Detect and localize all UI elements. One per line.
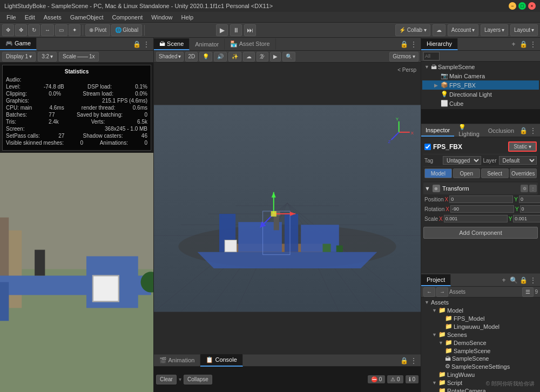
layers-button[interactable]: Layers ▾ [481,24,508,36]
tab-occlusion[interactable]: Occlusion [484,125,518,136]
proj-sample-scene-folder[interactable]: 📁 SampleScene [422,347,539,355]
menu-file[interactable]: File [2,13,21,22]
display-button[interactable]: Display 1 ▾ [2,52,36,62]
hier-sample-scene[interactable]: ▼ 🏔 SampleScene [422,63,539,71]
scene-sky-btn[interactable]: ☁ [243,52,255,62]
menu-edit[interactable]: Edit [21,13,39,22]
component-menu-btn[interactable]: ⋮ [529,185,537,192]
add-component-button[interactable]: Add Component [423,227,538,239]
select-tab-btn[interactable]: Select [481,168,509,178]
hier-main-camera[interactable]: 📷 Main Camera [422,71,539,80]
proj-fwd-btn[interactable]: → [436,287,448,297]
rot-x-input[interactable] [450,205,514,213]
scene-tab-menu[interactable]: ⋮ [409,39,418,49]
menu-component[interactable]: Component [107,13,147,22]
tab-asset-store[interactable]: 🏪 Asset Store [225,38,275,50]
transform-component-header[interactable]: ▼ ⊕ Transform ⚙ ⋮ [423,183,538,194]
bottom-lock-btn[interactable]: 🔒 [399,356,409,366]
model-tab-btn[interactable]: Model [424,168,452,178]
tab-game[interactable]: 🎮 Game [0,38,37,50]
game-tab-lock[interactable]: 🔒 [132,39,141,49]
hierarchy-lock-btn[interactable]: 🔒 [518,39,528,49]
static-button[interactable]: Static ▾ [508,141,537,152]
play-button[interactable]: ▶ [216,24,228,36]
collab-button[interactable]: ⚡ Collab ▾ [395,24,430,36]
tab-console[interactable]: 📋 Console [200,354,242,367]
proj-back-btn[interactable]: ← [423,287,435,297]
project-lock-btn[interactable]: 🔒 [518,275,528,285]
pos-x-input[interactable] [449,195,513,203]
menu-assets[interactable]: Assets [39,13,66,22]
scene-gizmos-btn[interactable]: Gizmos ▾ [389,52,418,62]
tool-rotate[interactable]: ↻ [28,24,40,36]
tab-animation[interactable]: 🎬 Animation [154,355,200,366]
tool-hand[interactable]: ✥ [2,24,14,36]
tab-scene[interactable]: 🏔 Scene [154,38,190,50]
project-add-btn[interactable]: + [499,275,509,285]
tab-animator[interactable]: Animator [190,39,225,50]
bottom-menu-btn[interactable]: ⋮ [409,356,418,366]
scene-fx-btn[interactable]: ✨ [228,52,241,62]
pause-button[interactable]: ⏸ [230,24,242,36]
proj-assets[interactable]: ▼ Assets [422,299,539,306]
scene-anim-btn[interactable]: ▶ [270,52,281,62]
scene-audio-btn[interactable]: 🔊 [214,52,227,62]
hier-directional-light[interactable]: 💡 Directional Light [422,90,539,99]
pos-y-input[interactable] [519,195,540,203]
scene-canvas[interactable]: X Y Z < Persp [154,63,421,354]
collapse-button[interactable]: Collapse [184,375,212,384]
proj-scenes-folder[interactable]: ▼ 📁 Scenes [422,330,539,339]
rot-y-input[interactable] [520,205,540,213]
tool-transform[interactable]: ✦ [69,24,80,36]
inspector-menu-btn[interactable]: ⋮ [528,126,538,136]
scene-fog-btn[interactable]: 🌫 [256,52,268,62]
layer-dropdown[interactable]: Default [499,156,537,165]
project-search-btn[interactable]: 🔍 [509,275,518,285]
menu-window[interactable]: Window [147,13,177,22]
proj-sample-scene-settings[interactable]: ⚙ SampleSceneSettings [422,362,539,370]
hierarchy-add-btn[interactable]: + [509,39,518,49]
project-menu-btn[interactable]: ⋮ [528,275,538,285]
proj-fps-model[interactable]: 📁 FPS_Model [422,314,539,322]
scale-x-input[interactable] [444,215,508,222]
hier-cube[interactable]: ⬜ Cube [422,99,539,108]
tag-dropdown[interactable]: Untagged [443,156,481,165]
scene-search-btn[interactable]: 🔍 [282,52,295,62]
hierarchy-search[interactable] [423,52,440,60]
menu-help[interactable]: Help [177,13,198,22]
overrides-tab-btn[interactable]: Overrides [510,168,537,178]
tab-inspector[interactable]: Inspector [421,125,454,137]
maximize-button[interactable]: □ [518,2,526,10]
proj-model-folder[interactable]: ▼ 📁 Model [422,306,539,314]
cloud-button[interactable]: ☁ [433,24,446,36]
menu-gameobject[interactable]: GameObject [66,13,108,22]
2d-button[interactable]: 2D [185,52,198,62]
proj-sample-scene-file[interactable]: 🏔 SampleScene [422,355,539,362]
clear-button[interactable]: Clear [156,375,177,384]
account-button[interactable]: Account ▾ [448,24,478,36]
proj-ling-model[interactable]: 📁 Lingwuwu_Model [422,322,539,330]
scene-tab-lock[interactable]: 🔒 [399,39,409,49]
hierarchy-menu-btn[interactable]: ⋮ [528,39,538,49]
global-button[interactable]: 🌐 Global [111,24,142,36]
inspector-lock-btn[interactable]: 🔒 [518,126,528,136]
component-settings-btn[interactable]: ⚙ [521,185,528,192]
object-active-checkbox[interactable] [424,144,431,150]
tab-project[interactable]: Project [421,274,451,286]
shaded-dropdown[interactable]: Shaded ▾ [156,52,184,62]
step-button[interactable]: ⏭ [244,24,256,36]
scene-light-btn[interactable]: 💡 [199,52,212,62]
tool-rect[interactable]: ▭ [55,24,68,36]
tab-hierarchy[interactable]: Hierarchy [421,38,458,50]
minimize-button[interactable]: − [509,2,516,10]
open-tab-btn[interactable]: Open [453,168,481,178]
layout-button[interactable]: Layout ▾ [510,24,538,36]
ratio-button[interactable]: 3:2 ▾ [38,52,57,62]
hier-fps-fbx[interactable]: ▶ 📦 FPS_FBX [422,80,539,90]
game-tab-menu[interactable]: ⋮ [141,39,151,49]
tool-move[interactable]: ✥ [15,24,27,36]
close-button[interactable]: × [528,2,536,10]
pivot-button[interactable]: ⊕ Pivot [85,24,110,36]
tool-scale[interactable]: ↔ [41,24,54,36]
proj-ling-wuwu[interactable]: 📁 LingWuwu [422,370,539,379]
